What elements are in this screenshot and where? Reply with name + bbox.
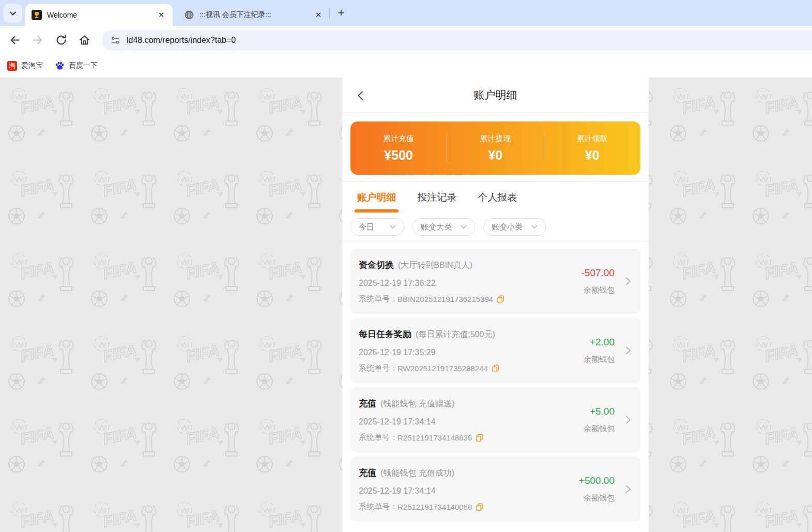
browser-tab-strip: Welcome ✕ :::视讯 会员下注纪录::: ✕ + <box>0 0 812 26</box>
transaction-type: 充值 <box>359 398 376 409</box>
summary-label: 累计提现 <box>447 134 543 144</box>
transaction-amount: +2.00 <box>590 337 615 348</box>
chevron-right-icon[interactable] <box>622 275 634 287</box>
wallet-label: 余额钱包 <box>584 493 615 503</box>
chevron-down-icon <box>531 225 538 229</box>
copy-icon[interactable] <box>497 295 505 303</box>
tab-close-icon[interactable]: ✕ <box>156 10 166 20</box>
reload-icon[interactable] <box>55 34 68 47</box>
back-icon[interactable] <box>8 34 21 47</box>
url-text[interactable]: ld48.com/reports/index?tab=0 <box>127 36 236 45</box>
tab-title: Welcome <box>47 11 156 19</box>
bookmarks-bar: 淘 爱淘宝 百度一下 <box>0 54 812 78</box>
browser-toolbar: ld48.com/reports/index?tab=0 <box>0 26 812 54</box>
transaction-note: (每日累计充值:500元) <box>416 329 495 340</box>
chevron-right-icon[interactable] <box>622 483 634 495</box>
home-icon[interactable] <box>78 34 91 47</box>
wallet-label: 余额钱包 <box>584 424 615 434</box>
transaction-note: (钱能钱包 充值成功) <box>380 468 454 479</box>
tab-account-details[interactable]: 账户明细 <box>355 191 399 212</box>
transaction-type: 资金切换 <box>359 259 394 271</box>
summary-section: 累计充值 ¥500 累计提现 ¥0 累计领取 ¥0 <box>342 113 649 182</box>
tab-close-icon[interactable]: ✕ <box>313 10 324 20</box>
bookmark-baidu[interactable]: 百度一下 <box>55 59 98 72</box>
order-number-label: 系统单号： <box>359 294 397 304</box>
filter-label: 账变大类 <box>421 222 452 232</box>
filter-label: 今日 <box>359 222 374 232</box>
order-number: RW202512191735288244 <box>397 364 488 373</box>
summary-value: ¥0 <box>447 148 543 163</box>
wallet-label: 余额钱包 <box>584 355 615 364</box>
summary-value: ¥0 <box>544 148 640 163</box>
transaction-card[interactable]: 资金切换 (大厅转到BBIN真人) 2025-12-19 17:36:22 系统… <box>350 249 640 314</box>
transaction-amounts: +5.00 余额钱包 <box>584 387 615 452</box>
transaction-amounts: -507.00 余额钱包 <box>581 249 615 314</box>
transaction-amount: +500.00 <box>579 475 615 487</box>
order-number-label: 系统单号： <box>359 433 397 443</box>
site-settings-icon[interactable] <box>110 35 120 45</box>
new-tab-button[interactable]: + <box>334 6 348 20</box>
tab-label: 账户明细 <box>357 192 396 203</box>
account-detail-panel: 账户明细 累计充值 ¥500 累计提现 ¥0 累计领取 ¥0 <box>342 78 649 532</box>
address-bar[interactable]: ld48.com/reports/index?tab=0 <box>102 30 812 51</box>
transaction-note: (钱能钱包 充值赠送) <box>380 399 454 409</box>
tab-label: 个人报表 <box>478 192 517 203</box>
back-chevron-icon[interactable] <box>355 89 367 102</box>
tab-welcome[interactable]: Welcome ✕ <box>25 4 173 26</box>
order-number: R2512191734148636 <box>397 433 472 442</box>
bookmark-label: 爱淘宝 <box>21 61 43 70</box>
summary-value: ¥500 <box>350 148 447 163</box>
page-title: 账户明细 <box>342 78 649 113</box>
transaction-amounts: +500.00 余额钱包 <box>579 457 615 522</box>
summary-recharge: 累计充值 ¥500 <box>350 134 447 163</box>
filter-label: 账变小类 <box>492 222 523 232</box>
summary-card: 累计充值 ¥500 累计提现 ¥0 累计领取 ¥0 <box>350 121 640 175</box>
page-background: FIFA 账户明细 <box>0 78 812 532</box>
copy-icon[interactable] <box>476 434 484 442</box>
filter-category-dropdown[interactable]: 账变大类 <box>412 218 475 236</box>
transaction-note: (大厅转到BBIN真人) <box>398 260 472 271</box>
filter-date-dropdown[interactable]: 今日 <box>350 218 404 236</box>
tab-personal-report[interactable]: 个人报表 <box>476 191 519 212</box>
active-tab-underline <box>355 209 399 212</box>
transaction-card[interactable]: 充值 (钱能钱包 充值赠送) 2025-12-19 17:34:14 系统单号：… <box>350 387 640 452</box>
globe-icon <box>184 10 194 20</box>
transaction-card[interactable]: 每日任务奖励 (每日累计充值:500元) 2025-12-19 17:35:29… <box>350 318 640 383</box>
panel-header: 账户明细 <box>342 78 649 113</box>
chevron-down-icon <box>390 225 396 229</box>
taobao-icon: 淘 <box>7 61 17 71</box>
site-favicon <box>32 10 42 20</box>
wallet-label: 余额钱包 <box>584 285 615 295</box>
transaction-type: 每日任务奖励 <box>359 328 411 340</box>
filters-row: 今日 账变大类 账变小类 <box>342 212 649 241</box>
transaction-amount: -507.00 <box>581 267 615 279</box>
tab-divider <box>329 8 330 18</box>
tab-betting-records[interactable]: :::视讯 会员下注纪录::: ✕ <box>179 4 329 26</box>
tab-search-button[interactable] <box>3 4 22 23</box>
chevron-down-icon <box>9 10 17 17</box>
summary-label: 累计充值 <box>350 134 447 144</box>
chevron-right-icon[interactable] <box>622 414 634 426</box>
transaction-card[interactable]: 充值 (钱能钱包 充值成功) 2025-12-19 17:34:14 系统单号：… <box>350 457 640 522</box>
tab-bet-records[interactable]: 投注记录 <box>415 191 459 212</box>
order-number: R2512191734140068 <box>397 503 472 511</box>
chevron-right-icon[interactable] <box>622 344 634 357</box>
tab-label: 投注记录 <box>418 192 457 203</box>
transaction-amount: +5.00 <box>590 406 615 417</box>
summary-withdraw: 累计提现 ¥0 <box>447 134 543 163</box>
bookmark-label: 百度一下 <box>69 61 98 70</box>
order-number-label: 系统单号： <box>359 363 397 373</box>
copy-icon[interactable] <box>492 364 500 373</box>
transaction-list: 资金切换 (大厅转到BBIN真人) 2025-12-19 17:36:22 系统… <box>342 241 649 522</box>
baidu-paw-icon <box>55 61 65 71</box>
tab-title: :::视讯 会员下注纪录::: <box>200 10 313 20</box>
filter-subcategory-dropdown[interactable]: 账变小类 <box>483 218 546 236</box>
report-tabs: 账户明细 投注记录 个人报表 <box>342 182 649 212</box>
bookmark-taobao[interactable]: 淘 爱淘宝 <box>7 59 43 72</box>
forward-icon[interactable] <box>32 34 44 47</box>
copy-icon[interactable] <box>476 503 484 511</box>
summary-claimed: 累计领取 ¥0 <box>544 134 640 163</box>
transaction-amounts: +2.00 余额钱包 <box>584 318 615 383</box>
order-number: BBIN202512191736215394 <box>397 295 493 303</box>
order-number-label: 系统单号： <box>359 502 397 512</box>
